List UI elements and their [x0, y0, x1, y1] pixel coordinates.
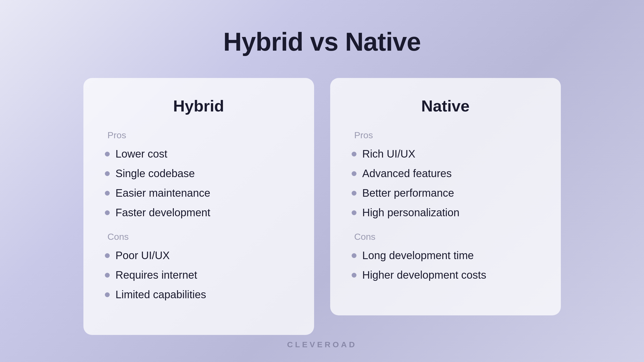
hybrid-cons-list: Poor UI/UX Requires internet Limited cap… [105, 249, 293, 301]
hybrid-pros-list: Lower cost Single codebase Easier mainte… [105, 148, 293, 219]
hybrid-card-title: Hybrid [105, 97, 293, 115]
native-card-title: Native [352, 97, 539, 115]
list-item: Better performance [352, 187, 539, 199]
page-title: Hybrid vs Native [223, 27, 421, 57]
list-item: Easier maintenance [105, 187, 293, 199]
hybrid-cons-label: Cons [108, 232, 293, 242]
native-pros-label: Pros [354, 130, 539, 140]
hybrid-pros-section: Pros Lower cost Single codebase Easier m… [105, 130, 293, 219]
list-item: Requires internet [105, 269, 293, 281]
list-item: Poor UI/UX [105, 249, 293, 262]
list-item: Faster development [105, 207, 293, 219]
list-item: Higher development costs [352, 269, 539, 281]
native-pros-section: Pros Rich UI/UX Advanced features Better… [352, 130, 539, 219]
native-cons-list: Long development time Higher development… [352, 249, 539, 281]
hybrid-cons-section: Cons Poor UI/UX Requires internet Limite… [105, 232, 293, 301]
list-item: Rich UI/UX [352, 148, 539, 160]
list-item: Long development time [352, 249, 539, 262]
list-item: Lower cost [105, 148, 293, 160]
list-item: Single codebase [105, 167, 293, 180]
cards-container: Hybrid Pros Lower cost Single codebase E… [83, 78, 561, 335]
branding-label: CLEVEROAD [287, 340, 357, 349]
list-item: High personalization [352, 207, 539, 219]
hybrid-card: Hybrid Pros Lower cost Single codebase E… [83, 78, 314, 335]
native-card: Native Pros Rich UI/UX Advanced features… [330, 78, 561, 315]
native-cons-label: Cons [354, 232, 539, 242]
list-item: Limited capabilities [105, 289, 293, 301]
native-cons-section: Cons Long development time Higher develo… [352, 232, 539, 281]
native-pros-list: Rich UI/UX Advanced features Better perf… [352, 148, 539, 219]
list-item: Advanced features [352, 167, 539, 180]
hybrid-pros-label: Pros [108, 130, 293, 140]
